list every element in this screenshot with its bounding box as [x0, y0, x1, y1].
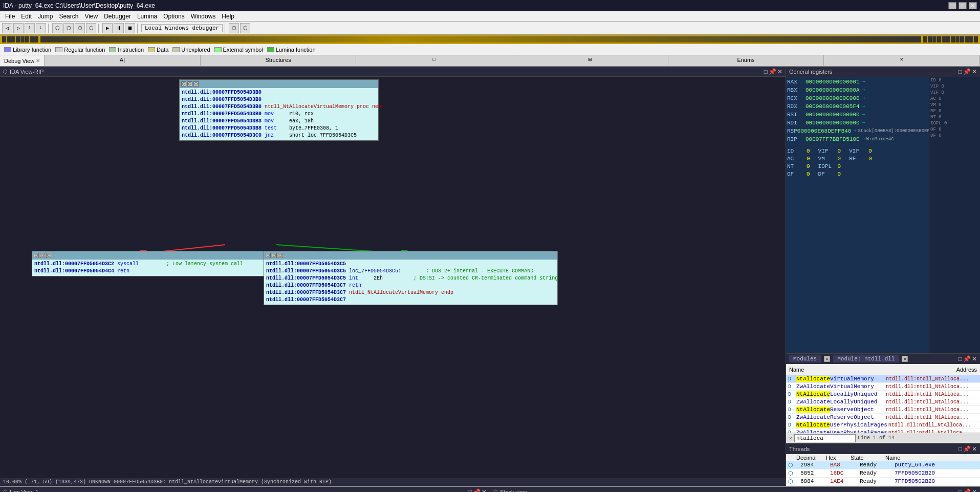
- registers-header: General registers □ 📌 ✕: [786, 67, 980, 77]
- tab-section-a[interactable]: A|: [45, 55, 201, 66]
- th-float[interactable]: □: [959, 445, 962, 453]
- tb-sep-3: [137, 24, 139, 33]
- hex-pin[interactable]: 📌: [473, 488, 481, 493]
- fn-btn-3[interactable]: ⬡: [193, 81, 199, 87]
- module-row-5[interactable]: D ZwAllocateReserveObject ntdll.dll:ntdl…: [786, 414, 980, 421]
- menu-lumina[interactable]: Lumina: [134, 12, 160, 20]
- window-controls[interactable]: ─ □ ✕: [948, 2, 977, 9]
- debugger-select[interactable]: Local Windows debugger: [141, 24, 223, 32]
- pbr-8: [955, 36, 960, 42]
- pb-2: [7, 36, 11, 42]
- module-row-2[interactable]: D NtAllocateLocallyUniqued ntdll.dll:ntd…: [786, 391, 980, 398]
- tab-debug-close[interactable]: ✕: [36, 58, 40, 63]
- stack-close[interactable]: ✕: [972, 488, 977, 493]
- module-row-6[interactable]: D NtAllocateUserPhysicalPages ntdll.dll:…: [786, 421, 980, 429]
- tab-enum-close[interactable]: ✕: [824, 55, 980, 66]
- fn-btn-2[interactable]: ⬡: [187, 81, 192, 87]
- fn-right-btn-2[interactable]: ⬡: [272, 253, 277, 258]
- menu-view[interactable]: View: [81, 12, 101, 20]
- th-pin[interactable]: 📌: [963, 445, 971, 453]
- ida-view-pin[interactable]: 📌: [769, 68, 776, 75]
- fn-right-btn-1[interactable]: ⬡: [266, 253, 271, 258]
- maximize-button[interactable]: □: [959, 2, 967, 9]
- tb-btn-8[interactable]: ⬡: [86, 23, 96, 33]
- hex-panel: ⬡ Hex View-1 □ 📌 ✕ 00007FF7BBFD1000 56 5…: [0, 487, 490, 492]
- tb-stop[interactable]: ⏹: [125, 23, 135, 33]
- menu-edit[interactable]: Edit: [18, 12, 35, 20]
- tab-enums[interactable]: Enums: [668, 55, 824, 66]
- modules-search-bar: ✕ Line 1 of 14: [786, 433, 980, 443]
- th-close[interactable]: ✕: [972, 445, 977, 453]
- module-row-1[interactable]: D ZwAllocateVirtualMemory ntdll.dll:ntdl…: [786, 383, 980, 391]
- menu-debugger[interactable]: Debugger: [101, 12, 134, 20]
- main-layout: ⬡ IDA View-RIP □ 📌 ✕: [0, 67, 980, 486]
- tb-btn-1[interactable]: ◁: [2, 23, 12, 33]
- legend-label-unexplored: Unexplored: [181, 47, 210, 53]
- hex-float[interactable]: □: [468, 488, 472, 493]
- title-bar: IDA - putty_64.exe C:\Users\User\Desktop…: [0, 0, 980, 11]
- tb-run[interactable]: ▶: [102, 23, 113, 33]
- mod-close[interactable]: ✕: [972, 355, 977, 362]
- mod-float[interactable]: □: [959, 355, 962, 362]
- fn-left-btn-3[interactable]: ⬡: [46, 253, 51, 258]
- hex-close[interactable]: ✕: [482, 488, 487, 493]
- tb-btn-10[interactable]: ⬡: [240, 23, 250, 33]
- legend-color-instruction: [109, 47, 116, 52]
- tb-btn-3[interactable]: ↑: [25, 23, 35, 33]
- fn-left-btn-1[interactable]: ⬡: [34, 253, 39, 258]
- toolbar: ◁ ▷ ↑ ↓ ⬡ ⬡ ⬡ ⬡ ▶ ⏸ ⏹ Local Windows debu…: [0, 22, 980, 35]
- tb-btn-9[interactable]: ⬡: [229, 23, 239, 33]
- menu-help[interactable]: Help: [219, 12, 237, 20]
- ida-view-float[interactable]: □: [764, 68, 768, 75]
- minimize-button[interactable]: ─: [948, 2, 956, 9]
- tb-pause[interactable]: ⏸: [114, 23, 124, 33]
- module-name-label: Name: [789, 367, 804, 373]
- tab-module-ntdll[interactable]: Module: ntdll.dll: [833, 355, 899, 362]
- fn-right-btn-3[interactable]: ⬡: [278, 253, 283, 258]
- legend-label-instruction: Instruction: [118, 47, 144, 53]
- tb-btn-7[interactable]: ⬡: [75, 23, 85, 33]
- tab-struct-btn2[interactable]: ⊞: [512, 55, 668, 66]
- fn-left-btn-2[interactable]: ⬡: [40, 253, 45, 258]
- stack-float[interactable]: □: [959, 488, 962, 493]
- module-row-4[interactable]: D NtAllocateReserveObject ntdll.dll:ntdl…: [786, 406, 980, 414]
- tb-btn-6[interactable]: ⬡: [63, 23, 74, 33]
- tab-structures[interactable]: Structures: [201, 55, 357, 66]
- menu-jump[interactable]: Jump: [35, 12, 56, 20]
- tab-struct-btn1[interactable]: □: [356, 55, 512, 66]
- reg-float[interactable]: □: [959, 68, 962, 75]
- thread-row-2[interactable]: ⬡ 6884 1AE4 Ready 7FFD50502B20: [786, 478, 980, 486]
- ida-status-line: 10.00% (-71,-59) (1339,473) UNKNOWN 0000…: [0, 478, 786, 486]
- bottom-panels: ⬡ Hex View-1 □ 📌 ✕ 00007FF7BBFD1000 56 5…: [0, 486, 980, 492]
- mod-pin[interactable]: 📌: [963, 355, 971, 362]
- fn-left-line-2: ntdll.dll:00007FFD5054D4C4 retn: [34, 268, 265, 275]
- reg-pin[interactable]: 📌: [963, 68, 971, 75]
- thread-row-1[interactable]: ⬡ 5852 16DC Ready 7FFD50502B20: [786, 469, 980, 478]
- ida-view-close[interactable]: ✕: [777, 68, 782, 75]
- menu-search[interactable]: Search: [56, 12, 81, 20]
- menu-file[interactable]: File: [2, 12, 18, 20]
- stack-pin[interactable]: 📌: [963, 488, 971, 493]
- reg-close[interactable]: ✕: [972, 68, 977, 75]
- tab-debug-view[interactable]: Debug View ✕: [0, 55, 45, 66]
- modules-search-input[interactable]: [794, 434, 856, 442]
- ida-view-header: ⬡ IDA View-RIP □ 📌 ✕: [0, 67, 786, 77]
- tb-btn-5[interactable]: ⬡: [52, 23, 62, 33]
- modules-close-btn[interactable]: ✕: [824, 356, 830, 362]
- module-row-3[interactable]: D ZwAllocateLocallyUniqued ntdll.dll:ntd…: [786, 398, 980, 406]
- ida-canvas[interactable]: ⬡ ⬡ ⬡ ntdll.dll:00007FFD5054D3B0 ntdll.d…: [0, 77, 786, 486]
- tab-modules[interactable]: Modules: [789, 355, 821, 362]
- legend-instruction: Instruction: [109, 47, 144, 53]
- ntdll-close-btn[interactable]: ✕: [902, 356, 908, 362]
- tb-btn-4[interactable]: ↓: [36, 23, 46, 33]
- col-state: State: [851, 455, 881, 461]
- tb-btn-2[interactable]: ▷: [13, 23, 24, 33]
- module-row-0[interactable]: D NtAllocateVirtualMemory ntdll.dll:ntdl…: [786, 375, 980, 383]
- flow-node-left-header: ⬡ ⬡ ⬡: [32, 251, 267, 260]
- module-row-7[interactable]: D ZwAllocateUserPhysicalPages ntdll.dll:…: [786, 429, 980, 433]
- thread-row-0[interactable]: ⬡ 2984 BA8 Ready putty_64.exe: [786, 461, 980, 469]
- fn-btn-1[interactable]: ⬡: [181, 81, 186, 87]
- menu-windows[interactable]: Windows: [188, 12, 219, 20]
- close-button[interactable]: ✕: [969, 2, 977, 9]
- menu-options[interactable]: Options: [160, 12, 187, 20]
